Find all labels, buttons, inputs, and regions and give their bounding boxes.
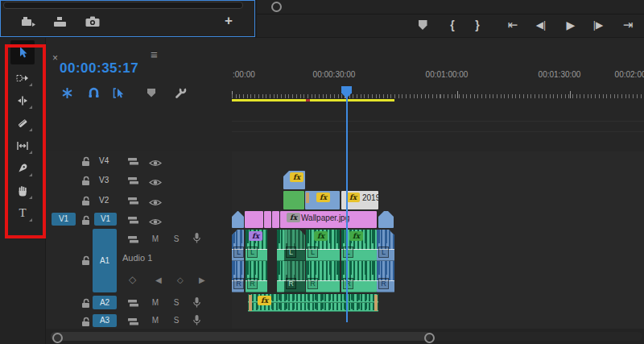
track-name[interactable]: Audio 1 (122, 253, 152, 263)
lane-v4[interactable] (232, 151, 644, 171)
video-clip[interactable] (283, 191, 304, 209)
timeline-hscrollbar[interactable] (46, 329, 644, 344)
audio-clip[interactable] (277, 230, 284, 292)
video-clip[interactable] (232, 211, 244, 228)
ripple-edit-tool[interactable] (10, 90, 35, 110)
mute-button[interactable]: M (150, 234, 161, 243)
timeline-settings-button[interactable] (171, 85, 190, 101)
track-label[interactable]: V2 (99, 196, 109, 205)
eye-icon[interactable] (149, 176, 162, 190)
play-button[interactable]: ▶ (562, 15, 580, 35)
button-editor-plus[interactable]: + (220, 12, 237, 30)
lift-button[interactable] (19, 14, 38, 30)
add-keyframe-icon[interactable]: ◇ (177, 276, 184, 284)
mute-button[interactable]: M (150, 316, 161, 325)
scrollbar-active-range[interactable] (51, 332, 431, 341)
track-header-a3[interactable]: A3 M S (46, 313, 232, 329)
sync-lock-icon[interactable] (127, 297, 139, 312)
type-tool[interactable]: T (10, 203, 35, 223)
sync-lock-icon[interactable] (127, 214, 139, 229)
track-select-forward-tool[interactable] (10, 68, 35, 88)
lane-v3[interactable]: fx (232, 170, 644, 191)
lock-icon[interactable] (81, 155, 91, 170)
track-target-a2[interactable]: A2 (93, 296, 117, 309)
close-icon[interactable]: × (52, 52, 58, 64)
track-header-v2[interactable]: V2 (46, 190, 232, 211)
lock-icon[interactable] (81, 195, 91, 209)
mic-icon[interactable] (192, 314, 201, 329)
audio-clip[interactable]: LR (284, 230, 305, 292)
track-header-v3[interactable]: V3 (46, 170, 232, 191)
track-label[interactable]: V4 (99, 156, 109, 165)
track-header-v1[interactable]: V1 V1 (46, 210, 232, 230)
video-clip[interactable] (272, 211, 279, 228)
sync-lock-icon[interactable] (127, 155, 139, 170)
snap-toggle-button[interactable] (84, 85, 103, 101)
slip-tool[interactable] (10, 135, 35, 155)
solo-button[interactable]: S (171, 316, 182, 325)
lane-a1[interactable]: LRLRfxLRLRfxLRfxLR (232, 229, 644, 294)
timeline-content[interactable]: :00:00 00:00:30:00 00:01:00:00 00:01:30:… (232, 38, 644, 344)
solo-button[interactable]: S (171, 298, 182, 307)
mic-icon[interactable] (192, 232, 201, 247)
audio-clip[interactable]: fx (248, 294, 378, 312)
extract-button[interactable] (51, 14, 70, 30)
video-clip[interactable]: fx (283, 171, 305, 189)
source-patch-v1[interactable]: V1 (52, 213, 76, 226)
audio-clip[interactable]: LR (377, 230, 394, 292)
mark-in-button[interactable]: { (444, 15, 461, 35)
add-marker-button[interactable] (142, 85, 161, 101)
horizontal-scrollbar[interactable] (3, 2, 243, 9)
timecode-display[interactable]: 00:00:35:17 (60, 60, 138, 77)
go-to-in-button[interactable]: ⇤ (504, 15, 522, 35)
sync-lock-icon[interactable] (127, 234, 139, 248)
mark-out-button[interactable]: } (469, 15, 486, 35)
zoom-handle-left[interactable] (52, 333, 63, 343)
video-clip[interactable]: fx (305, 191, 340, 209)
step-forward-button[interactable]: |▶ (589, 15, 607, 35)
sync-lock-icon[interactable] (127, 195, 139, 209)
lane-v1[interactable]: fxWallpaper.jpg (232, 210, 644, 230)
track-header-v4[interactable]: V4 (46, 151, 232, 171)
lock-icon[interactable] (81, 175, 91, 189)
eye-icon[interactable] (149, 215, 162, 230)
prev-keyframe-icon[interactable]: ◀ (155, 276, 162, 284)
eye-icon[interactable] (149, 196, 162, 210)
pen-tool[interactable] (10, 158, 35, 178)
volume-line[interactable] (277, 280, 284, 281)
next-keyframe-icon[interactable]: ▶ (199, 276, 205, 284)
lane-a2[interactable]: fx (232, 293, 644, 313)
track-target-a1[interactable]: A1 (93, 229, 117, 292)
eye-icon[interactable] (149, 156, 162, 171)
horizontal-scrollbar[interactable] (257, 0, 644, 15)
razor-tool[interactable] (10, 113, 35, 133)
sync-lock-icon[interactable] (127, 175, 139, 189)
track-label[interactable]: V3 (99, 176, 109, 184)
scrollbar-knob[interactable] (271, 2, 282, 12)
volume-line[interactable] (277, 249, 284, 250)
track-header-a2[interactable]: A2 M S (46, 293, 232, 313)
video-clip[interactable] (245, 211, 263, 228)
step-back-button[interactable]: ◀| (532, 15, 550, 35)
linked-selection-button[interactable] (109, 85, 129, 101)
solo-button[interactable]: S (171, 234, 182, 243)
selection-tool[interactable] (10, 40, 35, 64)
lock-icon[interactable] (81, 297, 91, 312)
mute-button[interactable]: M (150, 298, 161, 307)
add-marker-button[interactable] (414, 15, 431, 35)
track-target-v1[interactable]: V1 (94, 213, 117, 226)
track-target-a3[interactable]: A3 (93, 314, 117, 327)
lock-icon[interactable] (81, 214, 91, 229)
time-ruler[interactable] (232, 91, 644, 98)
audio-clip[interactable]: LRfx (246, 230, 267, 292)
video-clip[interactable]: fxWallpaper.jpg (280, 211, 377, 228)
zoom-handle-right[interactable] (424, 333, 435, 343)
nest-toggle-button[interactable] (57, 85, 76, 101)
panel-menu-icon[interactable]: ≡ (151, 48, 158, 61)
video-clip[interactable] (264, 211, 271, 228)
keyframe-icon[interactable]: ◇ (129, 274, 136, 285)
export-frame-button[interactable] (83, 14, 102, 30)
lock-icon[interactable] (81, 255, 91, 269)
mic-icon[interactable] (192, 296, 201, 312)
go-to-out-button[interactable]: ⇥ (619, 15, 637, 35)
